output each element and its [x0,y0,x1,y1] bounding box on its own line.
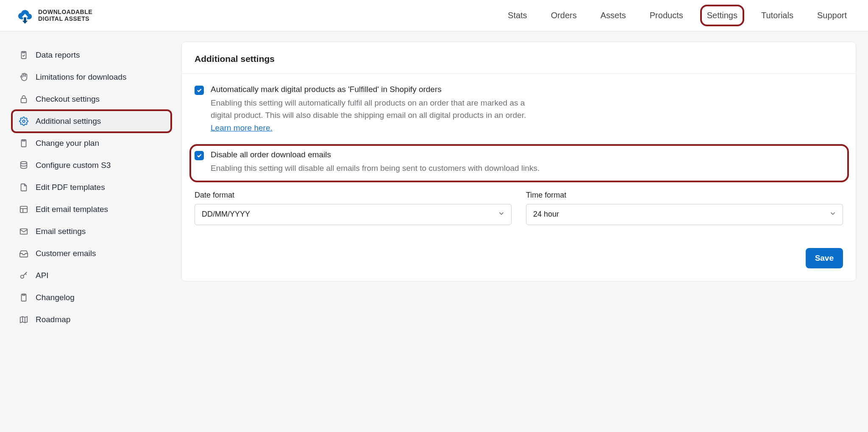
svg-point-2 [22,120,25,123]
time-format-label: Time format [526,191,843,200]
sidebar-item-label: Limitations for downloads [36,72,126,82]
sidebar-item-checkout[interactable]: Checkout settings [12,88,171,110]
setting-desc: Enabling this setting will automatically… [211,97,541,134]
nav-support[interactable]: Support [813,7,851,24]
setting-title: Disable all order download emails [211,150,541,159]
date-format-select[interactable]: DD/MM/YYYY [195,204,512,225]
setting-desc: Enabling this setting will disable all e… [211,162,541,174]
nav-orders[interactable]: Orders [547,7,581,24]
settings-sidebar: Data reports Limitations for downloads C… [12,42,171,331]
nav-tutorials[interactable]: Tutorials [757,7,798,24]
svg-point-7 [21,275,24,278]
panel-title: Additional settings [195,54,843,64]
setting-auto-fulfil: Automatically mark digital products as '… [195,85,843,134]
svg-rect-5 [20,206,28,213]
date-format-label: Date format [195,191,512,200]
chevron-down-icon [829,209,837,219]
sidebar-item-label: Edit PDF templates [36,183,105,192]
file-icon [19,182,29,192]
sidebar-item-label: API [36,271,49,280]
clipboard-icon [19,138,29,148]
gear-icon [19,116,29,126]
sidebar-item-roadmap[interactable]: Roadmap [12,309,171,331]
sidebar-item-limitations[interactable]: Limitations for downloads [12,66,171,88]
envelope-icon [19,226,29,237]
brand-text: DOWNLOADABLE DIGITAL ASSETS [38,9,92,22]
save-button[interactable]: Save [806,248,843,268]
sidebar-item-label: Configure custom S3 [36,161,111,170]
sidebar-item-additional[interactable]: Additional settings [12,110,171,132]
sidebar-item-label: Roadmap [36,315,70,324]
database-icon [19,160,29,170]
sidebar-item-plan[interactable]: Change your plan [12,132,171,154]
sidebar-item-customer-emails[interactable]: Customer emails [12,242,171,265]
sidebar-item-email-templates[interactable]: Edit email templates [12,198,171,220]
nav-products[interactable]: Products [645,7,687,24]
clipboard-check-icon [19,50,29,60]
sidebar-item-changelog[interactable]: Changelog [12,287,171,309]
sidebar-item-label: Change your plan [36,139,99,148]
inbox-icon [19,248,29,259]
sidebar-item-label: Additional settings [36,117,101,126]
topbar: DOWNLOADABLE DIGITAL ASSETS Stats Orders… [0,0,868,31]
sidebar-item-label: Edit email templates [36,205,108,214]
sidebar-item-s3[interactable]: Configure custom S3 [12,154,171,176]
setting-disable-emails: Disable all order download emails Enabli… [191,146,847,180]
map-icon [19,315,29,325]
setting-title: Automatically mark digital products as '… [211,85,541,94]
top-nav: Stats Orders Assets Products Settings Tu… [504,7,851,24]
sidebar-item-data-reports[interactable]: Data reports [12,44,171,66]
nav-stats[interactable]: Stats [504,7,531,24]
chevron-down-icon [498,209,505,219]
svg-rect-1 [21,98,27,103]
cloud-download-icon [17,8,33,24]
sidebar-item-api[interactable]: API [12,265,171,287]
key-icon [19,270,29,281]
sidebar-item-label: Changelog [36,293,75,302]
settings-panel: Additional settings Automatically mark d… [181,42,856,281]
sidebar-item-pdf[interactable]: Edit PDF templates [12,176,171,198]
nav-assets[interactable]: Assets [596,7,630,24]
sidebar-item-label: Checkout settings [36,95,100,104]
layout-icon [19,204,29,215]
brand-logo: DOWNLOADABLE DIGITAL ASSETS [17,8,92,24]
checkbox-auto-fulfil[interactable] [195,86,204,95]
hand-icon [19,72,29,82]
clipboard-icon [19,293,29,303]
learn-more-link[interactable]: Learn more here. [211,123,273,132]
nav-settings[interactable]: Settings [703,7,742,24]
time-format-select[interactable]: 24 hour [526,204,843,225]
sidebar-item-label: Data reports [36,50,80,60]
sidebar-item-email-settings[interactable]: Email settings [12,220,171,242]
svg-point-4 [21,162,27,164]
lock-icon [19,94,29,104]
sidebar-item-label: Customer emails [36,249,96,258]
sidebar-item-label: Email settings [36,227,86,236]
checkbox-disable-emails[interactable] [195,151,204,160]
